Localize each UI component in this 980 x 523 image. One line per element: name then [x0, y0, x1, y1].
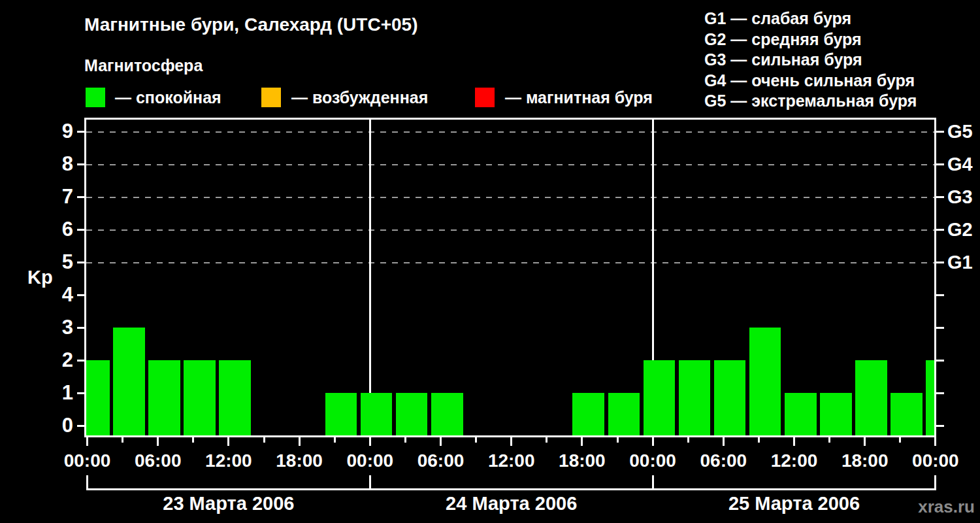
legend-label: — магнитная буря — [505, 87, 653, 108]
kp-gridline-5 — [86, 262, 934, 263]
kp-gridline-6 — [86, 229, 934, 231]
date-bracket-tick — [369, 475, 371, 490]
x-axis-tick — [758, 437, 760, 443]
storm-legend-line: G1 — слабая буря — [704, 8, 917, 29]
kp-gridline-9 — [86, 131, 934, 133]
kp-bar — [219, 360, 251, 435]
y-axis-label: 6 — [13, 218, 73, 241]
right-axis-tick — [936, 327, 944, 329]
right-axis-tick — [936, 425, 944, 427]
y-axis-label: 1 — [13, 381, 73, 405]
x-axis-time-label: 18:00 — [536, 450, 628, 471]
right-axis-label-G5: G5 — [947, 120, 973, 143]
x-axis-tick — [475, 437, 477, 443]
kp-bar — [572, 393, 604, 435]
kp-bar — [84, 360, 110, 435]
x-axis-time-label: 00:00 — [324, 450, 416, 471]
right-axis-tick — [936, 131, 944, 133]
date-bracket-tick — [652, 475, 654, 490]
legend-swatch-quiet_green — [86, 88, 105, 107]
x-axis-tick — [793, 437, 795, 446]
x-axis-tick — [157, 437, 159, 446]
x-axis-tick — [864, 437, 866, 446]
legend-label: — спокойная — [115, 87, 221, 108]
y-axis-label: 8 — [13, 152, 73, 176]
y-axis-label: 9 — [13, 120, 73, 143]
x-axis-time-label: 00:00 — [607, 450, 698, 471]
kp-bar — [113, 328, 145, 435]
legend-swatch-excited_orange — [261, 88, 281, 107]
x-axis-tick — [581, 437, 583, 446]
right-axis-label-G1: G1 — [947, 251, 973, 273]
storm-legend-line: G3 — сильная буря — [704, 50, 917, 71]
right-axis-label-G3: G3 — [947, 186, 973, 208]
x-axis-tick — [687, 437, 689, 443]
x-axis-time-label: 12:00 — [749, 450, 840, 471]
right-axis-tick — [936, 262, 944, 263]
x-axis-tick — [899, 437, 901, 443]
x-axis-tick — [192, 437, 194, 443]
x-axis-tick — [299, 437, 301, 446]
day-separator-line — [369, 120, 371, 435]
right-axis-label-G2: G2 — [947, 218, 973, 241]
kp-gridline-8 — [86, 164, 934, 165]
x-axis-time-label: 06:00 — [395, 450, 487, 471]
x-axis-tick — [369, 437, 371, 446]
x-axis-tick — [934, 437, 936, 446]
x-axis-tick — [440, 437, 442, 446]
x-axis-time-label: 18:00 — [253, 450, 345, 471]
kp-bar — [926, 360, 936, 435]
x-axis-time-label: 06:00 — [112, 450, 204, 471]
date-bracket-tick — [86, 475, 88, 490]
x-axis-time-label: 06:00 — [678, 450, 769, 471]
kp-gridline-7 — [86, 197, 934, 198]
x-axis-tick — [723, 437, 725, 446]
date-label: 23 Марта 2006 — [98, 492, 359, 515]
kp-bar — [749, 328, 781, 435]
chart-title: Магнитные бури, Салехард (UTC+05) — [84, 14, 417, 35]
kp-bar — [855, 360, 887, 435]
kp-bar — [679, 360, 711, 435]
x-axis-time-label: 00:00 — [890, 450, 980, 471]
y-axis-label: 7 — [13, 185, 73, 209]
storm-legend-line: G5 — экстремальная буря — [704, 91, 917, 112]
right-axis-tick — [936, 294, 944, 296]
kp-bar — [785, 393, 817, 435]
kp-bar — [431, 393, 463, 435]
x-axis-tick — [828, 437, 830, 443]
right-axis-tick — [936, 392, 944, 394]
x-axis-time-label: 12:00 — [183, 450, 274, 471]
right-axis-tick — [936, 163, 944, 165]
x-axis-time-label: 00:00 — [42, 450, 133, 471]
legend-label: — возбужденная — [291, 87, 428, 108]
storm-scale-legend: G1 — слабая буряG2 — средняя буряG3 — си… — [704, 8, 917, 112]
kp-bar — [148, 360, 180, 435]
storm-legend-line: G2 — средняя буря — [704, 29, 917, 50]
x-axis-tick — [86, 437, 88, 446]
x-axis-tick — [652, 437, 654, 446]
right-axis-tick — [936, 360, 944, 362]
right-axis-tick — [936, 196, 944, 198]
x-axis-tick — [617, 437, 619, 443]
y-axis-title: Kp — [27, 267, 53, 288]
plot-area — [84, 118, 936, 437]
x-axis-tick — [263, 437, 265, 443]
magnetic-storm-chart: Магнитные бури, Салехард (UTC+05) Магнит… — [0, 0, 980, 523]
date-label: 24 Марта 2006 — [381, 492, 642, 515]
right-axis-tick — [936, 229, 944, 231]
kp-bar — [608, 393, 640, 435]
y-axis-label: 2 — [13, 348, 73, 372]
y-axis-label: 0 — [13, 414, 73, 437]
x-axis-tick — [227, 437, 229, 446]
x-axis-tick — [122, 437, 123, 443]
kp-bar — [714, 360, 746, 435]
chart-subtitle: Магнитосфера — [84, 56, 203, 75]
x-axis-time-label: 18:00 — [819, 450, 911, 471]
kp-bar — [361, 393, 393, 435]
kp-bar — [890, 393, 923, 435]
x-axis-time-label: 12:00 — [466, 450, 557, 471]
kp-bar — [325, 393, 357, 435]
storm-legend-line: G4 — очень сильная буря — [704, 71, 917, 92]
x-axis-tick — [546, 437, 547, 443]
x-axis-tick — [510, 437, 512, 446]
